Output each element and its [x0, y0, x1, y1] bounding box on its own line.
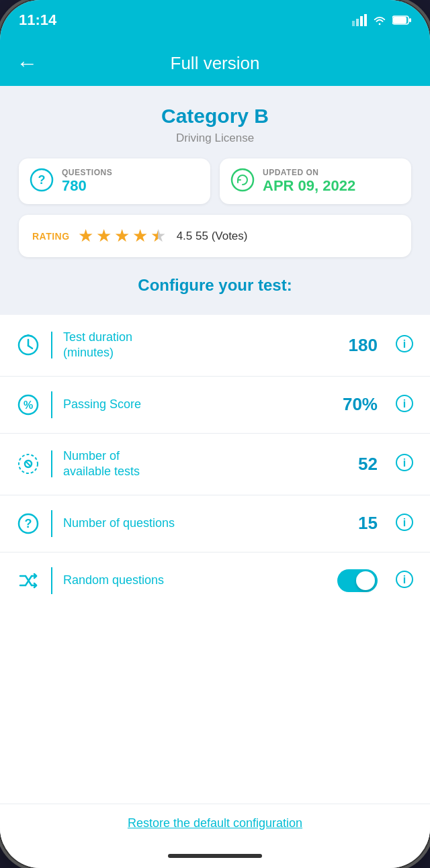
clock-icon — [16, 334, 40, 356]
svg-rect-5 — [393, 17, 406, 23]
star-4: ★ — [132, 226, 148, 246]
test-duration-value: 180 — [337, 335, 378, 356]
status-bar: 11:14 — [0, 0, 430, 40]
updated-value: APR 09, 2022 — [263, 177, 355, 195]
star-1: ★ — [78, 226, 93, 246]
updated-content: UPDATED ON APR 09, 2022 — [263, 168, 355, 195]
config-item-available-tests[interactable]: Number ofavailable tests 52 i — [0, 434, 430, 495]
updated-icon — [230, 168, 255, 195]
svg-text:i: i — [403, 338, 406, 350]
svg-text:?: ? — [25, 517, 32, 530]
config-item-passing-score[interactable]: % Passing Score 70% i — [0, 377, 430, 434]
updated-card: UPDATED ON APR 09, 2022 — [220, 158, 411, 204]
svg-line-12 — [28, 346, 32, 348]
config-item-num-questions[interactable]: ? Number of questions 15 i — [0, 495, 430, 552]
divider-4 — [51, 510, 52, 537]
passing-score-label: Passing Score — [63, 397, 327, 412]
configure-title: Configure your test: — [19, 262, 411, 301]
svg-point-9 — [232, 169, 253, 191]
svg-rect-1 — [356, 19, 359, 26]
back-button[interactable]: ← — [16, 51, 38, 76]
svg-rect-6 — [409, 18, 411, 22]
available-tests-info-icon[interactable]: i — [395, 453, 414, 475]
divider-3 — [51, 450, 52, 477]
svg-rect-0 — [352, 21, 355, 26]
svg-text:i: i — [403, 517, 406, 528]
svg-rect-2 — [360, 16, 363, 26]
wifi-icon — [372, 14, 387, 26]
config-item-test-duration[interactable]: Test duration(minutes) 180 i — [0, 315, 430, 377]
config-item-random-questions[interactable]: Random questions i — [0, 552, 430, 609]
category-title: Category B — [19, 105, 411, 128]
questions-value: 780 — [62, 177, 112, 195]
random-icon — [16, 569, 40, 592]
random-questions-label: Random questions — [63, 573, 327, 588]
questions-label: QUESTIONS — [62, 168, 112, 177]
divider-1 — [51, 332, 52, 358]
svg-text:?: ? — [38, 173, 46, 187]
config-list: Test duration(minutes) 180 i % — [0, 315, 430, 804]
available-tests-icon — [16, 452, 40, 475]
svg-text:i: i — [403, 457, 406, 469]
nav-title: Full version — [171, 53, 260, 74]
rating-value-text: 4.5 55 (Votes) — [177, 230, 248, 243]
questions-content: QUESTIONS 780 — [62, 168, 112, 195]
svg-text:%: % — [24, 399, 33, 411]
signal-icon — [352, 14, 367, 26]
num-questions-info-icon[interactable]: i — [395, 513, 414, 534]
phone-frame: 11:14 ← Full versio — [0, 0, 430, 868]
num-questions-label: Number of questions — [63, 516, 327, 531]
main-content: Category B Driving License ? QUESTIONS 7… — [0, 86, 430, 844]
star-2: ★ — [96, 226, 112, 246]
percent-icon: % — [16, 393, 40, 416]
nav-bar: ← Full version — [0, 40, 430, 86]
svg-text:i: i — [403, 398, 406, 409]
test-duration-info-icon[interactable]: i — [395, 334, 414, 356]
stars: ★ ★ ★ ★ ★ — [78, 226, 166, 246]
passing-score-value: 70% — [337, 394, 378, 415]
toggle-knob — [356, 571, 375, 590]
divider-5 — [51, 567, 52, 594]
divider-2 — [51, 391, 52, 418]
num-questions-icon: ? — [16, 512, 40, 535]
star-half: ★ — [150, 226, 166, 246]
svg-rect-3 — [364, 14, 367, 26]
battery-icon — [392, 15, 411, 26]
home-bar — [168, 854, 262, 858]
category-subtitle: Driving License — [19, 132, 411, 145]
test-duration-label: Test duration(minutes) — [63, 330, 327, 361]
available-tests-label: Number ofavailable tests — [63, 448, 327, 480]
restore-link[interactable]: Restore the default configuration — [128, 816, 302, 830]
passing-score-info-icon[interactable]: i — [395, 394, 414, 416]
rating-label: RATING — [32, 231, 70, 242]
star-3: ★ — [114, 226, 130, 246]
home-indicator — [0, 844, 430, 868]
status-time: 11:14 — [19, 11, 56, 29]
rating-card: RATING ★ ★ ★ ★ ★ 4.5 55 (Votes) — [19, 215, 411, 257]
status-icons — [352, 14, 411, 26]
random-toggle-container — [337, 569, 378, 592]
info-cards-row: ? QUESTIONS 780 — [19, 158, 411, 204]
random-toggle[interactable] — [337, 569, 378, 592]
svg-text:i: i — [403, 574, 406, 585]
updated-label: UPDATED ON — [263, 168, 355, 177]
random-info-icon[interactable]: i — [395, 570, 414, 591]
svg-line-21 — [26, 462, 30, 466]
questions-card: ? QUESTIONS 780 — [19, 158, 210, 204]
num-questions-value: 15 — [337, 513, 378, 534]
header-card: Category B Driving License ? QUESTIONS 7… — [0, 86, 430, 315]
available-tests-value: 52 — [337, 454, 378, 475]
footer: Restore the default configuration — [0, 804, 430, 844]
questions-icon: ? — [30, 168, 54, 195]
